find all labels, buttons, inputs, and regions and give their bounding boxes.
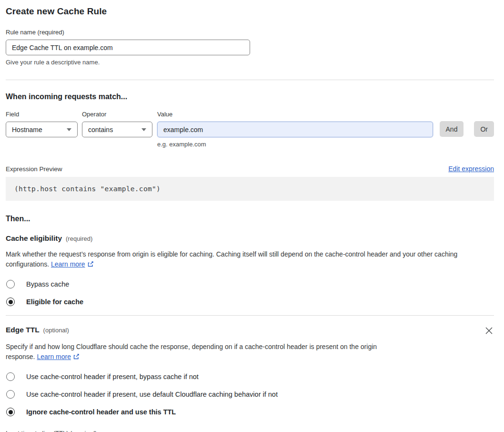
cache-eligibility-heading-row: Cache eligibility (required): [6, 234, 494, 243]
radio-label: Use cache-control header if present, use…: [26, 391, 278, 398]
required-badge: (required): [66, 235, 92, 242]
rule-name-label: Rule name (required): [6, 29, 494, 36]
radio-label: Ignore cache-control header and use this…: [26, 408, 176, 416]
close-icon[interactable]: [484, 326, 494, 336]
value-label: Value: [157, 111, 433, 118]
cache-eligibility-learn-more-link[interactable]: Learn more: [51, 260, 85, 268]
edit-expression-link[interactable]: Edit expression: [448, 165, 494, 173]
expression-preview-header: Expression Preview Edit expression: [6, 165, 494, 173]
radio-option-ignore-header-use-ttl[interactable]: Ignore cache-control header and use this…: [6, 408, 494, 416]
external-link-icon: [87, 261, 94, 267]
then-heading: Then...: [6, 215, 494, 223]
cache-rule-form: Create new Cache Rule Rule name (require…: [0, 0, 504, 432]
divider: [6, 80, 494, 80]
radio-label: Use cache-control header if present, byp…: [26, 373, 199, 381]
edge-ttl-heading-row: Edge TTL (optional): [6, 326, 494, 336]
radio-icon: [6, 408, 15, 416]
match-section-heading: When incoming requests match...: [6, 93, 494, 101]
divider: [6, 315, 494, 316]
radio-icon: [6, 298, 15, 306]
match-condition-row: Field Hostname Operator contains Value A…: [6, 111, 494, 137]
cache-eligibility-options: Bypass cache Eligible for cache: [6, 280, 494, 306]
rule-name-helper: Give your rule a descriptive name.: [6, 59, 494, 66]
cache-eligibility-description: Mark whether the request’s response from…: [6, 249, 487, 269]
chevron-down-icon: [141, 128, 146, 131]
optional-badge: (optional): [43, 327, 69, 334]
cache-eligibility-heading: Cache eligibility: [6, 234, 62, 243]
edge-ttl-learn-more-link[interactable]: Learn more: [37, 353, 71, 360]
radio-option-use-header-bypass[interactable]: Use cache-control header if present, byp…: [6, 372, 494, 381]
radio-option-use-header-default[interactable]: Use cache-control header if present, use…: [6, 390, 494, 399]
field-select[interactable]: Hostname: [6, 122, 78, 137]
and-button[interactable]: And: [440, 121, 464, 137]
value-helper: e.g. example.com: [157, 141, 494, 148]
or-button[interactable]: Or: [474, 121, 494, 137]
radio-icon: [6, 390, 15, 399]
radio-label: Eligible for cache: [26, 298, 83, 306]
radio-option-bypass-cache[interactable]: Bypass cache: [6, 280, 494, 288]
edge-ttl-description: Specify if and how long Cloudflare shoul…: [6, 342, 404, 362]
field-select-value: Hostname: [12, 126, 42, 134]
rule-name-input[interactable]: [6, 40, 250, 55]
radio-icon: [6, 372, 15, 381]
operator-label: Operator: [82, 111, 152, 118]
edge-ttl-heading: Edge TTL: [6, 326, 40, 334]
ttl-input-block: Input time-to-live (TTL) (required) 1 da…: [6, 430, 494, 432]
field-label: Field: [6, 111, 78, 118]
expression-code: (http.host contains "example.com"): [6, 177, 494, 201]
operator-select[interactable]: contains: [82, 122, 152, 137]
radio-icon: [6, 280, 15, 288]
page-title: Create new Cache Rule: [6, 6, 494, 17]
expression-preview-label: Expression Preview: [6, 165, 62, 173]
edge-ttl-options: Use cache-control header if present, byp…: [6, 372, 494, 416]
radio-option-eligible-for-cache[interactable]: Eligible for cache: [6, 298, 494, 306]
radio-label: Bypass cache: [26, 280, 69, 288]
operator-select-value: contains: [88, 126, 113, 134]
value-input[interactable]: [157, 122, 433, 137]
ttl-label: Input time-to-live (TTL) (required): [6, 430, 494, 432]
chevron-down-icon: [67, 128, 71, 131]
external-link-icon: [73, 353, 80, 360]
